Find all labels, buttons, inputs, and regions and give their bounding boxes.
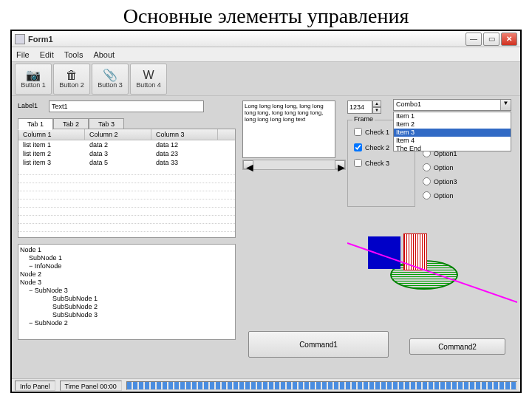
- slide-title: Основные элементы управления: [0, 0, 532, 30]
- spin-control[interactable]: ▲ ▼: [347, 100, 383, 114]
- tab-panel: Column 1 Column 2 Column 3 list item 1 d…: [18, 129, 236, 238]
- titlebar: Form1 — ▭ ✕: [12, 31, 520, 47]
- toolbar-label: Button 2: [59, 81, 84, 89]
- tree-node[interactable]: Node 2: [20, 270, 233, 279]
- window-title: Form1: [28, 35, 464, 44]
- scroll-left-icon[interactable]: ◄: [243, 160, 253, 169]
- toolbar-button-2[interactable]: 🗑 Button 2: [53, 64, 90, 95]
- w-icon: W: [143, 69, 154, 81]
- listview-body[interactable]: list item 1 data 2 data 12 list item 2 d…: [18, 140, 235, 232]
- trash-icon: 🗑: [66, 69, 78, 81]
- text1-input[interactable]: [49, 100, 204, 112]
- spin-down-button[interactable]: ▼: [372, 107, 381, 114]
- horizontal-scrollbar[interactable]: ◄ ►: [242, 160, 346, 170]
- toolbar-button-1[interactable]: 📷 Button 1: [15, 64, 52, 95]
- menubar: File Edit Tools About: [12, 47, 520, 62]
- list-row: list item 3 data 5 data 33: [18, 158, 235, 167]
- app-window: Form1 — ▭ ✕ File Edit Tools About 📷 Butt…: [10, 30, 522, 393]
- checkbox-3[interactable]: Check 3: [354, 159, 409, 167]
- tree-node[interactable]: − SubNode 3: [20, 287, 233, 295]
- label1: Label1: [18, 102, 38, 109]
- menu-edit[interactable]: Edit: [40, 50, 54, 59]
- radio-2[interactable]: Option: [423, 163, 457, 171]
- graphics-canvas: [352, 232, 499, 313]
- menu-tools[interactable]: Tools: [64, 50, 83, 59]
- combobox[interactable]: Combo1 ▼: [393, 99, 511, 111]
- command2-button[interactable]: Command2: [409, 338, 505, 355]
- tab-1[interactable]: Tab 1: [18, 118, 53, 130]
- list-item[interactable]: Item 2: [394, 120, 511, 129]
- list-row: list item 1 data 2 data 12: [18, 140, 235, 149]
- tree-node[interactable]: SubSubNode 2: [20, 303, 233, 311]
- command1-button[interactable]: Command1: [248, 331, 389, 358]
- radio-4[interactable]: Option: [423, 191, 457, 200]
- list-item[interactable]: Item 4: [394, 137, 511, 145]
- listview-header: Column 1 Column 2 Column 3: [18, 129, 235, 140]
- progress-bar: [126, 381, 517, 390]
- radio-3[interactable]: Option3: [423, 177, 457, 185]
- close-button[interactable]: ✕: [501, 33, 517, 46]
- tree-node[interactable]: − SubNode 2: [20, 319, 233, 327]
- toolbar-label: Button 3: [98, 81, 123, 89]
- tree-node[interactable]: − InfoNode: [20, 262, 233, 270]
- toolbar-button-3[interactable]: 📎 Button 3: [92, 64, 129, 95]
- tree-node[interactable]: SubSubNode 1: [20, 295, 233, 303]
- frame-label: Frame: [352, 115, 375, 123]
- maximize-button[interactable]: ▭: [483, 33, 499, 46]
- column-header[interactable]: Column 2: [85, 129, 151, 140]
- clip-icon: 📎: [103, 69, 117, 81]
- scroll-right-icon[interactable]: ►: [335, 160, 345, 169]
- toolbar-button-4[interactable]: W Button 4: [130, 64, 167, 95]
- svg-line-0: [347, 243, 517, 302]
- toolbar-label: Button 1: [21, 81, 46, 89]
- spin-input[interactable]: [347, 100, 372, 114]
- statusbar: Info Panel Time Panel 00:00: [12, 378, 520, 392]
- minimize-button[interactable]: —: [466, 33, 482, 46]
- column-header[interactable]: Column 3: [151, 129, 218, 140]
- tree-node[interactable]: Node 3: [20, 279, 233, 287]
- list-item[interactable]: The End: [394, 145, 511, 151]
- list-item[interactable]: Item 1: [394, 112, 511, 120]
- status-time-panel: Time Panel 00:00: [60, 381, 122, 391]
- toolbar-label: Button 4: [136, 81, 161, 89]
- tree-node[interactable]: SubSubNode 3: [20, 311, 233, 319]
- tree-view[interactable]: Node 1 SubNode 1 − InfoNode Node 2 Node …: [18, 244, 236, 340]
- menu-file[interactable]: File: [16, 50, 30, 59]
- tree-node[interactable]: Node 1: [20, 246, 233, 254]
- app-icon: [15, 34, 25, 44]
- menu-about[interactable]: About: [93, 50, 115, 59]
- chevron-down-icon[interactable]: ▼: [500, 100, 511, 110]
- list-row: list item 2 data 3 data 23: [18, 149, 235, 158]
- multiline-text[interactable]: Long long long long, long long long long…: [242, 100, 335, 158]
- listbox[interactable]: Item 1 Item 2 Item 3 Item 4 The End: [393, 112, 511, 151]
- radio-group: Option1 Option Option3 Option: [423, 149, 457, 205]
- camera-icon: 📷: [26, 69, 41, 81]
- tree-node[interactable]: SubNode 1: [20, 254, 233, 262]
- toolbar: 📷 Button 1 🗑 Button 2 📎 Button 3 W Butto…: [12, 62, 520, 96]
- combo-value: Combo1: [394, 100, 500, 110]
- list-item[interactable]: Item 3: [394, 129, 511, 137]
- column-header[interactable]: Column 1: [18, 129, 85, 140]
- magenta-line-shape: [347, 228, 517, 310]
- status-info-panel: Info Panel: [15, 381, 55, 391]
- spin-up-button[interactable]: ▲: [372, 100, 381, 107]
